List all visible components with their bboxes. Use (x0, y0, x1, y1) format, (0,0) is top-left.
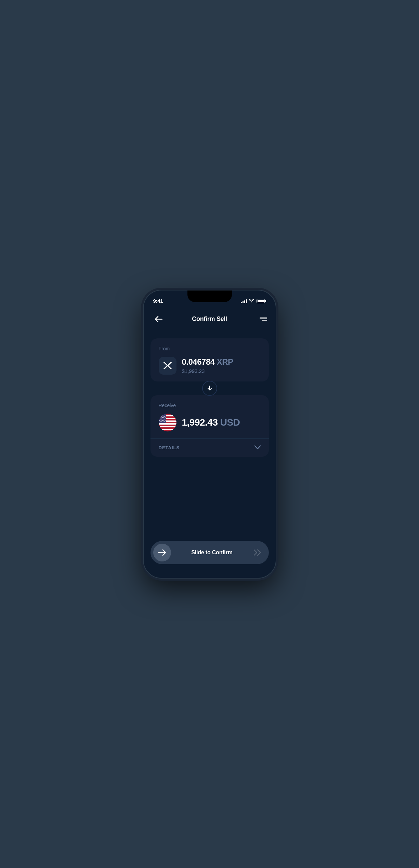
svg-text:★: ★ (164, 421, 165, 423)
menu-line-1 (260, 318, 267, 319)
receive-amount: 1,992.43 USD (182, 417, 240, 428)
receive-label: Receive (159, 403, 261, 408)
slide-handle[interactable] (153, 544, 171, 561)
main-content: From 0.046784 XRP $1,993.23 (144, 330, 276, 465)
details-label: DETAILS (159, 445, 180, 450)
page-title: Confirm Sell (192, 315, 227, 323)
nav-header: Confirm Sell (144, 307, 276, 330)
signal-bar-1 (241, 302, 242, 303)
from-amount-group: 0.046784 XRP $1,993.23 (182, 357, 233, 374)
arrow-down-icon (202, 381, 217, 396)
svg-text:★: ★ (159, 414, 160, 416)
svg-rect-7 (159, 429, 176, 430)
receive-section: Receive (150, 395, 269, 438)
status-icons (241, 298, 266, 304)
slide-confirm-container: Slide to Confirm (150, 541, 269, 564)
back-button[interactable] (152, 312, 166, 326)
menu-button[interactable] (253, 312, 267, 326)
slide-confirm[interactable]: Slide to Confirm (150, 541, 269, 564)
from-label: From (159, 346, 261, 351)
wifi-icon (249, 298, 254, 304)
arrow-separator (150, 381, 269, 396)
receive-card: Receive (150, 395, 269, 457)
chevron-down-icon (254, 444, 261, 451)
transaction-card: From 0.046784 XRP $1,993.23 (150, 338, 269, 381)
from-section: From 0.046784 XRP $1,993.23 (150, 338, 269, 381)
svg-rect-6 (159, 426, 176, 427)
slide-text: Slide to Confirm (171, 549, 253, 556)
notch (187, 290, 232, 302)
slide-chevrons-icon (253, 549, 261, 556)
status-time: 9:41 (153, 298, 163, 304)
svg-rect-5 (159, 423, 176, 425)
signal-bar-2 (243, 301, 244, 303)
from-amount: 0.046784 XRP (182, 357, 233, 367)
details-row[interactable]: DETAILS (150, 438, 269, 457)
from-ticker: XRP (217, 357, 233, 366)
svg-rect-2 (159, 415, 176, 416)
signal-icon (241, 299, 247, 303)
svg-text:★: ★ (160, 414, 162, 416)
from-usd: $1,993.23 (182, 368, 233, 374)
usd-flag-icon: ★★★★★ ★★★★ ★★★★★ ★★★★ ★★★★★ ★★★★ (159, 414, 176, 431)
signal-bar-4 (246, 299, 247, 303)
phone-frame: 9:41 (143, 290, 276, 579)
signal-bar-3 (244, 300, 245, 303)
from-crypto-row: 0.046784 XRP $1,993.23 (159, 357, 261, 375)
battery-icon (257, 299, 266, 303)
receive-row: ★★★★★ ★★★★ ★★★★★ ★★★★ ★★★★★ ★★★★ (159, 414, 261, 431)
menu-line-2 (262, 320, 267, 321)
xrp-icon (159, 357, 176, 375)
receive-ticker: USD (220, 417, 240, 428)
